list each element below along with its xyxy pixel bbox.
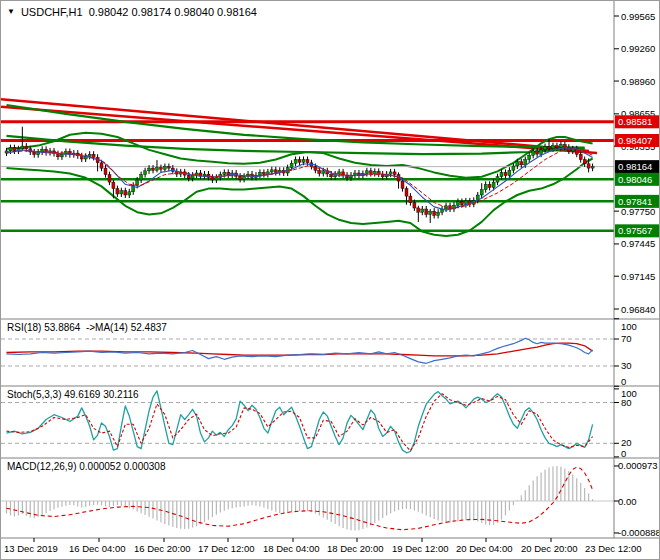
chart-canvas[interactable]: 0.995650.992600.989600.986550.983550.977… <box>1 1 660 560</box>
candle-down <box>583 160 586 164</box>
candle-down <box>13 148 16 151</box>
candle-down <box>306 160 309 163</box>
candle-up <box>60 154 63 157</box>
candle-up <box>365 171 368 174</box>
candle-up <box>223 172 226 174</box>
price-tick-label: 0.99260 <box>621 43 655 54</box>
candle-up <box>294 160 297 164</box>
candle-up <box>591 167 594 169</box>
candle-down <box>504 172 507 175</box>
time-label: 19 Dec 12:00 <box>392 543 449 554</box>
candle-up <box>480 190 483 195</box>
candle-down <box>555 146 558 148</box>
time-label: 16 Dec 04:00 <box>69 543 126 554</box>
stoch-tick-label: 80 <box>621 397 632 408</box>
candle-down <box>413 203 416 208</box>
candle-up <box>456 202 459 206</box>
support-badge: 0.97567 <box>618 225 652 236</box>
stoch-tick-label: 0 <box>621 448 626 459</box>
candle-up <box>496 177 499 182</box>
candle-down <box>520 162 523 165</box>
candle-up <box>492 182 495 187</box>
candle-up <box>243 176 246 179</box>
candle-up <box>156 168 159 171</box>
rsi-tick-label: 70 <box>621 333 632 344</box>
candle-down <box>239 176 242 179</box>
support-badge: 0.97841 <box>618 196 652 207</box>
candle-down <box>401 181 404 189</box>
candle-down <box>417 208 420 212</box>
candle-up <box>258 172 261 175</box>
candle-up <box>552 146 555 149</box>
candle-down <box>124 191 127 195</box>
candle-down <box>548 147 551 149</box>
candle-up <box>389 172 392 174</box>
candle-up <box>532 151 535 155</box>
candle-down <box>488 184 491 187</box>
candle-up <box>144 171 147 175</box>
candle-down <box>211 177 214 180</box>
resistance-badge: 0.98407 <box>618 135 652 146</box>
macd-tick-label: 0.00 <box>618 496 637 507</box>
candle-down <box>318 170 321 173</box>
candle-down <box>579 154 582 159</box>
candle-up <box>516 162 519 166</box>
candle-up <box>140 175 143 180</box>
chevron-down-icon[interactable]: ▼ <box>7 8 15 16</box>
candle-down <box>100 163 103 168</box>
ohlc-values: 0.98042 0.98174 0.98040 0.98164 <box>89 6 257 18</box>
candle-down <box>433 211 436 215</box>
candle-down <box>116 189 119 194</box>
candle-up <box>322 171 325 174</box>
candle-up <box>500 172 503 176</box>
rsi-tick-label: 0 <box>621 376 626 387</box>
candle-up <box>88 154 91 156</box>
candle-up <box>21 146 24 149</box>
candle-up <box>338 172 341 174</box>
candle-down <box>460 202 463 205</box>
stoch-tick-label: 20 <box>621 437 632 448</box>
chart-window: 0.995650.992600.989600.986550.983550.977… <box>0 0 660 560</box>
candle-up <box>290 163 293 167</box>
time-label: 20 Dec 04:00 <box>456 543 513 554</box>
candle-down <box>405 189 408 197</box>
price-tick-label: 0.96840 <box>621 304 655 315</box>
candle-down <box>187 175 190 178</box>
candle-up <box>429 211 432 214</box>
time-label: 18 Dec 04:00 <box>263 543 320 554</box>
rsi-tick-label: 30 <box>621 360 632 371</box>
candle-down <box>563 145 566 148</box>
candle-up <box>302 160 305 163</box>
candle-up <box>128 192 131 195</box>
macd-indicator-label: MACD(12,26,9) 0.000052 0.000308 <box>7 461 165 472</box>
candle-down <box>112 182 115 189</box>
price-tick-label: 0.98960 <box>621 76 655 87</box>
price-tick-label: 0.99565 <box>621 11 655 22</box>
candle-down <box>330 174 333 177</box>
candle-down <box>25 146 28 149</box>
candle-down <box>274 170 277 173</box>
candle-down <box>369 171 372 174</box>
candle-up <box>540 150 543 154</box>
candle-down <box>298 160 301 163</box>
candle-up <box>484 184 487 189</box>
time-label: 23 Dec 12:00 <box>585 543 642 554</box>
time-label: 17 Dec 12:00 <box>198 543 255 554</box>
candle-up <box>9 148 12 151</box>
candle-down <box>104 168 107 175</box>
price-tick-label: 0.97145 <box>621 271 655 282</box>
candle-up <box>559 145 562 148</box>
candle-up <box>524 160 527 165</box>
support-badge: 0.98046 <box>618 174 652 185</box>
time-label: 16 Dec 20:00 <box>134 543 191 554</box>
candle-down <box>262 172 265 174</box>
time-label: 13 Dec 2019 <box>4 543 58 554</box>
candle-down <box>167 167 170 169</box>
candle-up <box>437 212 440 215</box>
candle-down <box>159 168 162 170</box>
rsi-indicator-label: RSI(18) 53.8864 ->MA(14) 52.4837 <box>7 322 167 333</box>
candle-up <box>163 167 166 170</box>
candle-down <box>425 209 428 214</box>
candle-up <box>148 168 151 171</box>
macd-tick-label: 0.000973 <box>618 460 658 471</box>
